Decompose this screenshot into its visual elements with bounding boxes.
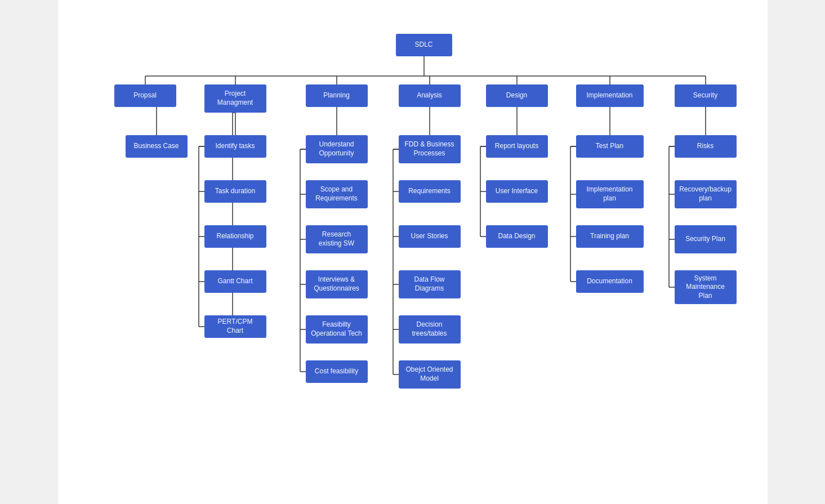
node-gantt_chart: Gantt Chart: [204, 270, 266, 293]
node-analysis: Analysis: [399, 84, 461, 107]
page: SDLCPropsalProject ManagmentPlanningAnal…: [58, 0, 768, 504]
node-interviews: Interviews & Questionnaires: [306, 270, 368, 298]
node-design: Design: [486, 84, 548, 107]
node-security: Security: [675, 84, 737, 107]
node-feasibility_op: Feasibilty Operational Tech: [306, 315, 368, 344]
node-business_case: Business Case: [126, 135, 188, 158]
node-cost_feasibility: Cost feasibility: [306, 360, 368, 383]
node-fdd_bp: FDD & Business Processes: [399, 135, 461, 163]
node-implementation: Implementation: [576, 84, 644, 107]
node-research_sw: Research existing SW: [306, 225, 368, 253]
node-scope_req: Scope and Requirements: [306, 180, 368, 208]
node-planning: Planning: [306, 84, 368, 107]
node-identify_tasks: Identify tasks: [204, 135, 266, 158]
node-propsal: Propsal: [114, 84, 176, 107]
node-pert_cpm: PERT/CPM Chart: [204, 315, 266, 338]
node-test_plan: Test Plan: [576, 135, 644, 158]
node-training_plan: Training plan: [576, 225, 644, 248]
node-object_oriented: Obejct Oriented Model: [399, 360, 461, 389]
node-user_stories: User Stories: [399, 225, 461, 248]
node-system_maintenance: System Maintenance Plan: [675, 270, 737, 304]
node-user_interface: User Interface: [486, 180, 548, 203]
node-task_duration: Task duration: [204, 180, 266, 203]
node-security_plan: Security Plan: [675, 225, 737, 253]
node-impl_plan: Implementation plan: [576, 180, 644, 208]
node-understand_opp: Understand Opportunity: [306, 135, 368, 163]
node-requirements: Requirements: [399, 180, 461, 203]
node-decision_trees: Decision trees/tables: [399, 315, 461, 344]
node-pm: Project Managment: [204, 84, 266, 113]
node-data_design: Data Design: [486, 225, 548, 248]
node-recovery_backup: Recovery/backup plan: [675, 180, 737, 208]
node-sdlc: SDLC: [396, 34, 452, 56]
diagram: SDLCPropsalProject ManagmentPlanningAnal…: [81, 28, 745, 411]
node-report_layouts: Report layouts: [486, 135, 548, 158]
node-risks: Risks: [675, 135, 737, 158]
node-relationship: Relationship: [204, 225, 266, 248]
node-data_flow: Data Flow Diagrams: [399, 270, 461, 298]
node-documentation: Documentation: [576, 270, 644, 293]
